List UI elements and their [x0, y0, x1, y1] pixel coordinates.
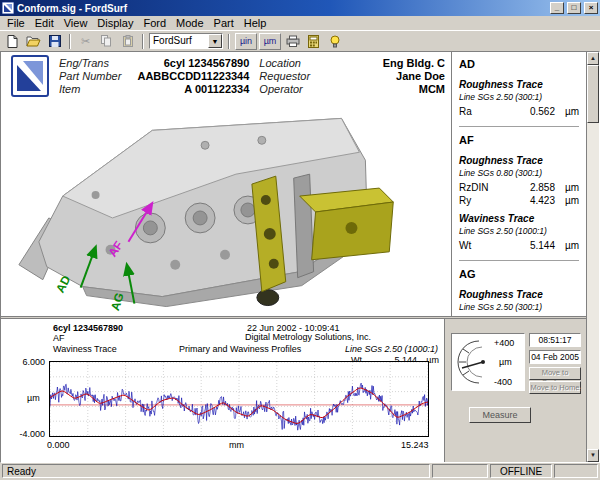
tip-lightbulb-icon[interactable]: [325, 33, 344, 50]
field-item-label: Item: [59, 83, 121, 95]
menu-part[interactable]: Part: [209, 17, 239, 29]
calculator-icon[interactable]: [304, 33, 323, 50]
print-icon[interactable]: [283, 33, 302, 50]
result-group-AG: AG Roughness Trace Line SGs 2.50 (300:1)…: [459, 268, 579, 316]
field-partnumber-label: Part Number: [59, 70, 121, 82]
unit-um-button[interactable]: µm: [259, 33, 281, 50]
document-area: Eng/Trans 6cyl 1234567890 Part Number AA…: [1, 52, 451, 316]
y-axis-max: 6.000: [11, 357, 45, 367]
cut-icon[interactable]: ✂: [76, 33, 95, 50]
close-button[interactable]: ×: [584, 2, 598, 14]
gauge-plus-label: +400: [494, 338, 514, 348]
menu-display[interactable]: Display: [92, 17, 138, 29]
model-3d-view[interactable]: AD AF AG: [1, 100, 451, 316]
status-panel-empty: [432, 464, 488, 478]
part-info-left: Eng/Trans 6cyl 1234567890 Part Number AA…: [59, 55, 249, 100]
result-param: RzDIN 2.858 µm: [459, 182, 579, 193]
open-folder-icon[interactable]: [24, 33, 43, 50]
new-document-icon[interactable]: [3, 33, 22, 50]
title-bar[interactable]: Conform.sig - FordSurf _ □ ×: [0, 0, 600, 16]
part-info-right: Location Eng Bldg. C Requestor Jane Doe …: [259, 55, 445, 100]
scrollbar-thumb[interactable]: [587, 65, 599, 123]
scrollbar-track[interactable]: [587, 123, 599, 449]
unit-uin-button[interactable]: µin: [235, 33, 257, 50]
field-item-value: A 001122334: [131, 83, 249, 95]
result-trace-title: Waviness Trace: [459, 213, 579, 224]
menu-mode[interactable]: Mode: [171, 17, 209, 29]
result-trace-title: Roughness Trace: [459, 155, 579, 166]
copy-icon[interactable]: [97, 33, 116, 50]
template-combo-value: FordSurf: [150, 34, 208, 48]
save-icon[interactable]: [45, 33, 64, 50]
maximize-button[interactable]: □: [567, 2, 581, 14]
menu-bar: File Edit View Display Ford Mode Part He…: [0, 16, 600, 30]
result-trace-title: Roughness Trace: [459, 79, 579, 90]
measure-button[interactable]: Measure: [469, 407, 531, 423]
company-logo: [11, 55, 49, 97]
chart-company: Digital Metrology Solutions, Inc.: [245, 332, 371, 342]
status-message: Ready: [2, 464, 430, 478]
paste-icon[interactable]: [118, 33, 137, 50]
gauge-minus-label: -400: [494, 377, 512, 387]
result-param: Ra 0.562 µm: [459, 106, 579, 117]
scroll-up-icon[interactable]: ▲: [587, 52, 599, 65]
app-window: Conform.sig - FordSurf _ □ × File Edit V…: [0, 0, 600, 480]
template-combo[interactable]: FordSurf ▼: [149, 33, 223, 49]
field-location-value: Eng Bldg. C: [337, 57, 445, 69]
profile-chart: 6cyl 1234567890 AF Waviness Trace Primar…: [1, 319, 444, 462]
top-row: Eng/Trans 6cyl 1234567890 Part Number AA…: [1, 52, 586, 316]
fixture-yellow-parts: [252, 176, 393, 291]
x-axis-label: mm: [229, 440, 244, 450]
toolbar-separator: [142, 34, 144, 49]
combo-dropdown-icon[interactable]: ▼: [208, 34, 222, 48]
plot-frame: [49, 361, 429, 437]
move-to-home-button[interactable]: Move to Home: [529, 381, 581, 394]
chart-title: Primary and Waviness Profiles: [179, 344, 301, 354]
scroll-down-icon[interactable]: ▼: [587, 449, 599, 462]
y-axis-unit: µm: [27, 393, 40, 403]
gauge-unit-label: µm: [499, 357, 512, 367]
field-partnumber-value: AABBCCDD11223344: [131, 70, 249, 82]
result-sgs: Line SGs 2.50 (1000:1): [459, 226, 579, 236]
y-axis-min: -4.000: [11, 429, 45, 439]
field-operator-label: Operator: [259, 83, 326, 95]
measurement-control-panel: +400 µm -400 08:51:17 04 Feb 2005 Move t…: [444, 319, 586, 462]
toolbar: ✂ FordSurf ▼ µin µm: [0, 30, 600, 51]
result-sgs: Line SGs 0.80 (300:1): [459, 168, 579, 178]
document-client: Eng/Trans 6cyl 1234567890 Part Number AA…: [0, 51, 600, 463]
bottom-row: 6cyl 1234567890 AF Waviness Trace Primar…: [1, 319, 586, 462]
result-param: Ry 4.423 µm: [459, 195, 579, 206]
menu-edit[interactable]: Edit: [30, 17, 59, 29]
status-bar: Ready OFFLINE: [0, 463, 600, 480]
menu-view[interactable]: View: [59, 17, 93, 29]
vertical-scrollbar[interactable]: ▲ ▼: [586, 52, 599, 462]
gauge-needle: [462, 362, 483, 368]
date-display: 04 Feb 2005: [529, 350, 581, 364]
status-panel-empty: [554, 464, 598, 478]
result-sgs: Line SGs 2.50 (300:1): [459, 92, 579, 102]
result-sgs: Line SGs 2.50 (300:1): [459, 302, 579, 312]
result-group-AF: AF Roughness Trace Line SGs 0.80 (300:1)…: [459, 134, 579, 251]
move-to-surface-button[interactable]: Move to Surface: [529, 367, 581, 380]
plot-canvas: [50, 362, 428, 436]
toolbar-separator: [69, 34, 71, 49]
x-axis-max: 15.243: [401, 440, 429, 450]
field-operator-value: MCM: [337, 83, 445, 95]
toolbar-separator: [228, 34, 230, 49]
part-info-header: Eng/Trans 6cyl 1234567890 Part Number AA…: [1, 52, 451, 100]
result-id: AF: [459, 134, 579, 146]
field-engtrans-value: 6cyl 1234567890: [131, 57, 249, 69]
minimize-button[interactable]: _: [550, 2, 564, 14]
result-id: AG: [459, 268, 579, 280]
chart-part-id: 6cyl 1234567890: [53, 323, 123, 333]
chart-trace-type: Waviness Trace: [53, 344, 117, 354]
result-id: AD: [459, 58, 579, 70]
clock-display: 08:51:17: [529, 333, 581, 347]
result-group-AD: AD Roughness Trace Line SGs 2.50 (300:1)…: [459, 58, 579, 117]
menu-ford[interactable]: Ford: [138, 17, 171, 29]
menu-help[interactable]: Help: [239, 17, 272, 29]
chart-trace-id: AF: [53, 333, 65, 343]
results-panel: AD Roughness Trace Line SGs 2.50 (300:1)…: [451, 52, 586, 316]
menu-file[interactable]: File: [2, 17, 30, 29]
probe-position-gauge: +400 µm -400: [451, 333, 525, 391]
